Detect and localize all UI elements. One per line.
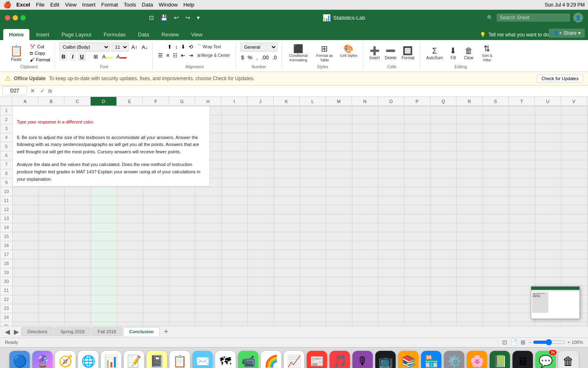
menu-data[interactable]: Data	[142, 2, 153, 8]
col-header-R[interactable]: R	[457, 97, 483, 105]
cell-T20[interactable]	[509, 277, 535, 286]
add-sheet-button[interactable]: +	[162, 328, 170, 336]
cell-E25[interactable]	[117, 322, 143, 326]
menu-format[interactable]: Format	[101, 2, 118, 8]
cell-Q3[interactable]	[431, 124, 457, 133]
cell-R22[interactable]	[457, 295, 483, 304]
cell-I2[interactable]	[222, 115, 248, 124]
cell-I12[interactable]	[222, 205, 248, 214]
cell-B22[interactable]	[39, 295, 65, 304]
cell-P5[interactable]	[405, 142, 431, 151]
close-button[interactable]	[5, 15, 10, 20]
cell-M4[interactable]	[326, 133, 352, 142]
cell-L24[interactable]	[300, 313, 326, 322]
cell-Q21[interactable]	[431, 286, 457, 295]
cell-S22[interactable]	[483, 295, 509, 304]
cell-J8[interactable]	[248, 169, 274, 178]
cell-L9[interactable]	[300, 178, 326, 187]
customize-icon[interactable]: ▾	[195, 13, 201, 22]
cell-T16[interactable]	[509, 241, 535, 250]
cell-S4[interactable]	[483, 133, 509, 142]
cell-E21[interactable]	[117, 286, 143, 295]
cell-T25[interactable]	[509, 322, 535, 326]
apple-menu[interactable]: 🍎	[3, 1, 11, 9]
cell-U14[interactable]	[535, 223, 561, 232]
cell-U5[interactable]	[535, 142, 561, 151]
cell-E15[interactable]	[117, 232, 143, 241]
cell-I19[interactable]	[222, 268, 248, 277]
merge-center-button[interactable]: ⊞ Merge & Center	[195, 52, 232, 59]
cell-O25[interactable]	[379, 322, 405, 326]
cell-T5[interactable]	[509, 142, 535, 151]
col-header-T[interactable]: T	[509, 97, 535, 105]
cell-N13[interactable]	[352, 214, 379, 223]
cell-K4[interactable]	[274, 133, 300, 142]
cell-P19[interactable]	[405, 268, 431, 277]
cell-O19[interactable]	[379, 268, 405, 277]
col-header-D[interactable]: D	[91, 97, 117, 105]
menu-insert[interactable]: Insert	[82, 2, 96, 8]
cell-E16[interactable]	[117, 241, 143, 250]
menu-help[interactable]: Help	[183, 2, 194, 8]
insert-button[interactable]: ➕ Insert	[367, 45, 382, 61]
cell-K13[interactable]	[274, 214, 300, 223]
cell-S11[interactable]	[483, 196, 509, 205]
row-number-1[interactable]: 1	[0, 106, 13, 115]
dock-music[interactable]: 🎵	[330, 351, 350, 368]
currency-icon[interactable]: $	[240, 54, 245, 61]
cell-U10[interactable]	[535, 187, 561, 196]
cell-I25[interactable]	[222, 322, 248, 326]
cell-S2[interactable]	[483, 115, 509, 124]
cell-B25[interactable]	[39, 322, 65, 326]
cell-J13[interactable]	[248, 214, 274, 223]
cell-B15[interactable]	[39, 232, 65, 241]
cell-H12[interactable]	[196, 205, 222, 214]
cell-J5[interactable]	[248, 142, 274, 151]
col-header-J[interactable]: J	[247, 97, 274, 105]
cell-G13[interactable]	[169, 214, 196, 223]
increase-decimal-icon[interactable]: .00	[260, 54, 270, 61]
cell-F21[interactable]	[143, 286, 169, 295]
row-number-2[interactable]: 2	[0, 115, 13, 124]
cell-O20[interactable]	[379, 277, 405, 286]
cell-V19[interactable]	[561, 268, 588, 277]
cell-I20[interactable]	[222, 277, 248, 286]
row-number-20[interactable]: 20	[0, 277, 13, 286]
cell-M13[interactable]	[326, 214, 352, 223]
cell-U25[interactable]	[535, 322, 561, 326]
cell-F16[interactable]	[143, 241, 169, 250]
row-number-3[interactable]: 3	[0, 124, 13, 133]
cell-I3[interactable]	[222, 124, 248, 133]
cell-U3[interactable]	[535, 124, 561, 133]
cell-I15[interactable]	[222, 232, 248, 241]
normal-view-button[interactable]: ⊡	[502, 339, 507, 346]
cell-K7[interactable]	[274, 160, 300, 169]
formula-confirm-button[interactable]: ✓	[38, 88, 47, 94]
cell-Q16[interactable]	[431, 241, 457, 250]
cell-M3[interactable]	[326, 124, 352, 133]
cell-B21[interactable]	[39, 286, 65, 295]
cell-N6[interactable]	[352, 151, 379, 160]
cell-P24[interactable]	[405, 313, 431, 322]
cell-Q7[interactable]	[431, 160, 457, 169]
cell-D13[interactable]	[91, 214, 117, 223]
cell-E12[interactable]	[117, 205, 143, 214]
cell-L10[interactable]	[300, 187, 326, 196]
cell-I8[interactable]	[222, 169, 248, 178]
cell-S15[interactable]	[483, 232, 509, 241]
dock-system-prefs[interactable]: ⚙️	[444, 351, 464, 368]
fill-color-icon[interactable]: A	[101, 53, 114, 61]
cell-I18[interactable]	[222, 259, 248, 268]
cell-H13[interactable]	[196, 214, 222, 223]
cell-S17[interactable]	[483, 250, 509, 259]
col-header-G[interactable]: G	[169, 97, 195, 105]
cell-T2[interactable]	[509, 115, 535, 124]
cell-L20[interactable]	[300, 277, 326, 286]
cell-O22[interactable]	[379, 295, 405, 304]
cell-D21[interactable]	[91, 286, 117, 295]
cell-M19[interactable]	[326, 268, 352, 277]
cell-N14[interactable]	[352, 223, 379, 232]
cell-U6[interactable]	[535, 151, 561, 160]
cell-Q9[interactable]	[431, 178, 457, 187]
cell-B19[interactable]	[39, 268, 65, 277]
